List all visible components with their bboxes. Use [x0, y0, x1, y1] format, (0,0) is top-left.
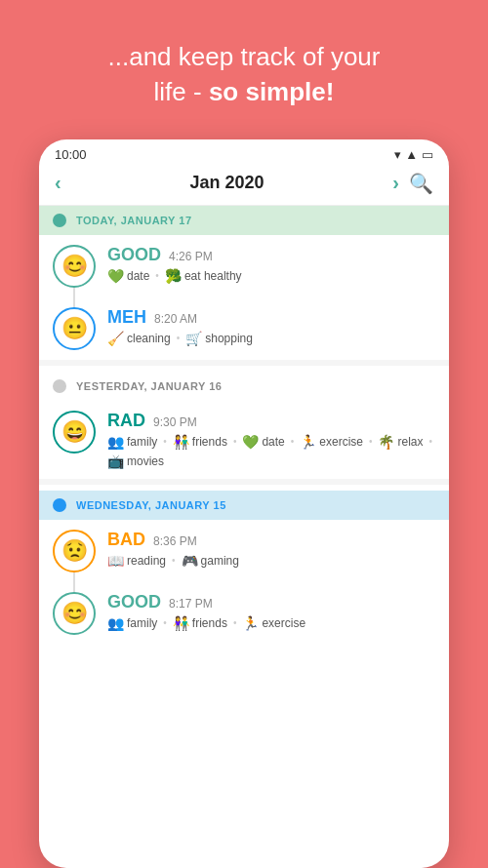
search-button[interactable]: 🔍: [409, 172, 433, 195]
mood-face-icon: 😄: [53, 411, 96, 454]
tag-separator: •: [177, 333, 181, 343]
phone-frame: 10:00 ▾ ▲ ▭ ‹ Jan 2020 › 🔍 TODAY, JANUAR…: [39, 139, 449, 868]
month-title: Jan 2020: [189, 173, 264, 193]
tag-icon: 👥: [107, 615, 124, 631]
tag-icon: 📺: [107, 454, 124, 469]
mood-entry[interactable]: 😄RAD9:30 PM👥family•👫friends•💚date•🏃exerc…: [39, 401, 449, 479]
mood-title-row: BAD8:36 PM: [107, 530, 435, 550]
tag-separator: •: [233, 436, 237, 447]
mood-time: 4:26 PM: [169, 250, 213, 263]
tag-item: 🏃exercise: [300, 434, 363, 450]
mood-content: MEH8:20 AM🧹cleaning•🛒shopping: [107, 307, 435, 346]
mood-entry[interactable]: 😊GOOD8:17 PM👥family•👫friends•🏃exercise: [39, 582, 449, 645]
tag-item: 💚date: [242, 434, 284, 450]
tag-icon: 🏃: [300, 434, 316, 450]
mood-face-icon: 😊: [53, 245, 96, 288]
header-line1: ...and keep track of your: [108, 42, 381, 71]
mood-tags: 💚date•🥦eat healthy: [107, 268, 435, 284]
tag-item: 🛒shopping: [185, 331, 253, 346]
header-line2-bold: so simple!: [209, 77, 335, 106]
day-dot: [53, 498, 66, 512]
tag-icon: 💚: [107, 268, 124, 284]
mood-tags: 🧹cleaning•🛒shopping: [107, 331, 435, 346]
status-icons: ▾ ▲ ▭: [394, 147, 433, 162]
day-header-jan16: YESTERDAY, JANUARY 16: [39, 372, 449, 401]
tag-icon: 🧹: [107, 331, 124, 346]
tag-item: 💚date: [107, 268, 149, 284]
tag-label: family: [127, 616, 157, 630]
mood-entry[interactable]: 😟BAD8:36 PM📖reading•🎮gaming: [39, 520, 449, 582]
next-month-button[interactable]: ›: [392, 172, 399, 194]
day-label: TODAY, JANUARY 17: [76, 215, 192, 226]
section-divider: [39, 360, 449, 366]
tag-icon: 📖: [107, 553, 124, 569]
tag-label: cleaning: [127, 332, 171, 345]
tag-separator: •: [233, 617, 237, 628]
mood-tags: 📖reading•🎮gaming: [107, 553, 435, 569]
day-header-jan17: TODAY, JANUARY 17: [39, 206, 449, 235]
tag-label: date: [127, 269, 149, 283]
tag-icon: 👫: [173, 615, 189, 631]
tag-label: friends: [192, 616, 227, 630]
day-section-jan16: YESTERDAY, JANUARY 16😄RAD9:30 PM👥family•…: [39, 372, 449, 485]
month-nav: ‹ Jan 2020 › 🔍: [39, 166, 449, 206]
mood-label: BAD: [107, 530, 145, 550]
tag-label: reading: [127, 554, 166, 568]
tag-label: exercise: [262, 616, 305, 630]
tag-icon: 🎮: [182, 553, 198, 569]
day-label: WEDNESDAY, JANUARY 15: [76, 499, 226, 511]
tag-item: 🥦eat healthy: [165, 268, 242, 284]
entries-container: TODAY, JANUARY 17😊GOOD4:26 PM💚date•🥦eat …: [39, 206, 449, 868]
status-bar: 10:00 ▾ ▲ ▭: [39, 139, 449, 166]
mood-title-row: RAD9:30 PM: [107, 411, 435, 431]
tag-separator: •: [369, 436, 373, 447]
day-header-jan15: WEDNESDAY, JANUARY 15: [39, 491, 449, 520]
tag-icon: 🥦: [165, 268, 182, 284]
tag-label: shopping: [205, 332, 253, 345]
tag-separator: •: [172, 555, 176, 566]
prev-month-button[interactable]: ‹: [55, 172, 61, 194]
mood-tags: 👥family•👫friends•🏃exercise: [107, 615, 435, 631]
mood-label: GOOD: [107, 245, 161, 265]
tag-label: friends: [192, 435, 227, 449]
mood-face-icon: 😐: [53, 307, 96, 350]
mood-content: RAD9:30 PM👥family•👫friends•💚date•🏃exerci…: [107, 411, 435, 469]
day-dot: [53, 214, 66, 227]
tag-label: exercise: [319, 435, 363, 449]
mood-label: MEH: [107, 307, 146, 328]
tag-item: 🧹cleaning: [107, 331, 171, 346]
tag-icon: 🛒: [185, 331, 202, 346]
mood-content: BAD8:36 PM📖reading•🎮gaming: [107, 530, 435, 569]
tag-icon: 💚: [242, 434, 259, 450]
tag-separator: •: [429, 436, 433, 447]
header-line2-normal: life -: [154, 77, 209, 106]
tag-item: 👥family: [107, 434, 157, 450]
mood-time: 8:17 PM: [169, 597, 213, 611]
status-time: 10:00: [55, 147, 87, 162]
tag-label: date: [262, 435, 284, 449]
tag-label: movies: [127, 454, 164, 468]
tag-separator: •: [163, 436, 167, 447]
mood-tags: 👥family•👫friends•💚date•🏃exercise•🌴relax•…: [107, 434, 435, 469]
tag-separator: •: [291, 436, 295, 447]
day-section-jan17: TODAY, JANUARY 17😊GOOD4:26 PM💚date•🥦eat …: [39, 206, 449, 366]
tag-icon: 🌴: [378, 434, 394, 450]
mood-entry[interactable]: 😊GOOD4:26 PM💚date•🥦eat healthy: [39, 235, 449, 297]
mood-title-row: GOOD4:26 PM: [107, 245, 435, 265]
mood-label: RAD: [107, 411, 145, 431]
mood-content: GOOD4:26 PM💚date•🥦eat healthy: [107, 245, 435, 284]
tag-item: 🎮gaming: [182, 553, 239, 569]
mood-face-icon: 😟: [53, 530, 96, 572]
tag-label: gaming: [201, 554, 239, 568]
tag-item: 👫friends: [173, 615, 227, 631]
mood-time: 9:30 PM: [153, 415, 197, 429]
mood-time: 8:20 AM: [154, 312, 197, 326]
day-dot: [53, 379, 66, 393]
mood-title-row: GOOD8:17 PM: [107, 592, 435, 612]
tag-label: eat healthy: [184, 269, 242, 283]
mood-title-row: MEH8:20 AM: [107, 307, 435, 328]
mood-entry[interactable]: 😐MEH8:20 AM🧹cleaning•🛒shopping: [39, 297, 449, 360]
header-section: ...and keep track of your life - so simp…: [79, 0, 410, 139]
tag-item: 👫friends: [173, 434, 227, 450]
day-label: YESTERDAY, JANUARY 16: [76, 380, 222, 392]
